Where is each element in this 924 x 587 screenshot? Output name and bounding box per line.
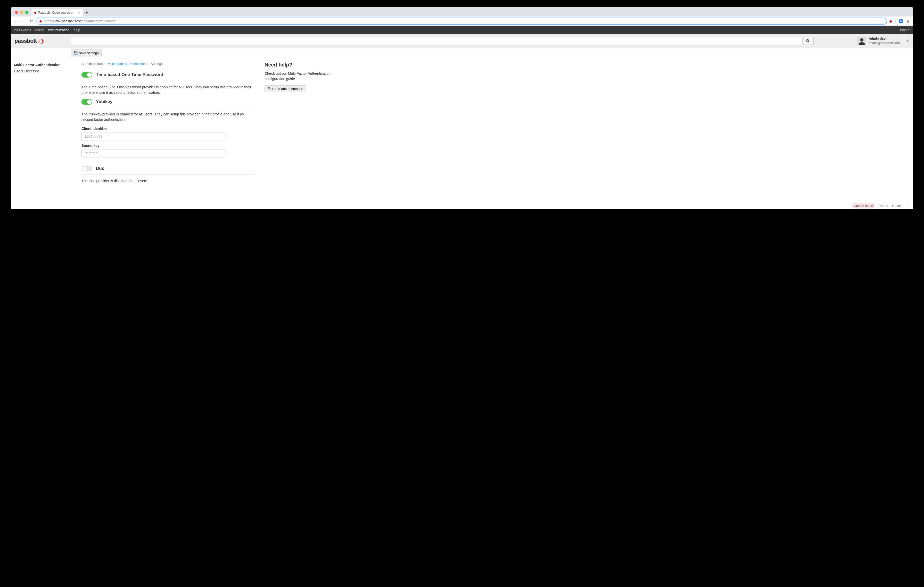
content-area: Administration › Multi factor authentica… <box>71 58 913 202</box>
user-email: admin@passbolt.com <box>869 41 900 45</box>
extension-icons: ◆ R ◉ <box>889 19 911 23</box>
browser-window: ◆ Passbolt | Open source passwo ✕ + ← → … <box>11 7 913 209</box>
client-identifier-label: Client identifier <box>81 123 254 132</box>
header-bar: passbolt ⬩❯ Admin User admin@passbolt.co… <box>11 34 913 48</box>
breadcrumb-admin[interactable]: Administration <box>81 62 102 66</box>
footer-terms[interactable]: Terms <box>879 204 888 208</box>
help-panel: Need help? Check out our Multi Factor Au… <box>264 61 347 197</box>
traffic-lights <box>13 11 30 16</box>
nav-help[interactable]: help <box>74 28 81 32</box>
main-area: Multi Factor Authentication Users Direct… <box>11 58 913 202</box>
nav-back-icon[interactable]: ← <box>13 19 18 23</box>
user-avatar-icon <box>858 36 866 45</box>
browser-menu-icon[interactable]: ◉ <box>906 19 909 23</box>
search-input[interactable] <box>71 37 802 45</box>
url-input[interactable]: ◆ https://www.passbolt.test/app/administ… <box>36 18 887 25</box>
site-favicon-icon: ◆ <box>40 19 42 23</box>
help-text: Check out our Multi Factor Authenticatio… <box>264 71 347 85</box>
window-minimize-icon[interactable] <box>20 11 23 14</box>
toggle-duo[interactable] <box>81 166 92 171</box>
passbolt-logo-icon: ⬩❯ <box>38 38 45 44</box>
section-totp: Time-based One Time Password <box>81 69 254 81</box>
client-identifier-input[interactable] <box>81 132 226 140</box>
toolbar: 💾 save settings <box>11 48 913 58</box>
new-tab-button[interactable]: + <box>83 9 90 16</box>
passbolt-favicon-icon: ◆ <box>34 11 36 15</box>
secret-key-label: Secret key <box>81 140 254 149</box>
window-close-icon[interactable] <box>15 11 18 14</box>
app-top-nav: passwords users administration help logo… <box>11 26 913 34</box>
svg-line-1 <box>808 41 809 42</box>
logo[interactable]: passbolt ⬩❯ <box>11 38 71 44</box>
sidebar: Multi Factor Authentication Users Direct… <box>11 58 71 202</box>
toggle-yubikey[interactable] <box>81 99 92 105</box>
help-title: Need help? <box>264 61 347 71</box>
profile-avatar-icon[interactable]: R <box>899 19 903 23</box>
settings-column: Administration › Multi factor authentica… <box>81 61 254 197</box>
breadcrumb: Administration › Multi factor authentica… <box>81 61 254 69</box>
nav-reload-icon[interactable]: ⟳ <box>29 18 34 23</box>
footer-credits[interactable]: Credits <box>892 204 903 208</box>
life-ring-icon: ⦿ <box>267 87 271 91</box>
save-settings-button[interactable]: 💾 save settings <box>71 49 102 56</box>
user-menu-caret[interactable]: ▾ <box>904 36 911 45</box>
yubikey-title: Yubikey <box>96 99 112 104</box>
totp-description: The Time-based One Time Password provide… <box>81 81 254 96</box>
passbolt-extension-icon[interactable]: ◆ <box>889 19 892 23</box>
nav-administration[interactable]: administration <box>48 28 69 32</box>
secret-key-input[interactable] <box>81 149 226 158</box>
browser-tab[interactable]: ◆ Passbolt | Open source passwo ✕ <box>31 9 83 16</box>
unsafe-mode-badge: Unsafe mode <box>852 203 875 209</box>
svg-point-0 <box>807 39 809 42</box>
nav-logout[interactable]: logout <box>900 28 909 32</box>
tab-title: Passbolt | Open source passwo <box>38 11 76 15</box>
search-icon <box>806 39 810 43</box>
tab-strip: ◆ Passbolt | Open source passwo ✕ + <box>11 7 913 16</box>
search-button[interactable] <box>802 37 813 45</box>
heart-icon[interactable]: ♡ <box>906 204 909 208</box>
sidebar-item-mfa[interactable]: Multi Factor Authentication <box>14 62 68 68</box>
breadcrumb-settings: Settings <box>150 62 163 66</box>
user-name: Admin User <box>869 36 900 41</box>
totp-title: Time-based One Time Password <box>96 72 163 77</box>
user-info: Admin User admin@passbolt.com <box>869 36 900 45</box>
address-bar: ← → ⟳ ◆ https://www.passbolt.test/app/ad… <box>11 16 913 26</box>
svg-point-2 <box>860 38 863 41</box>
nav-users[interactable]: users <box>35 28 44 32</box>
section-duo: Duo <box>81 163 254 175</box>
footer: Unsafe mode Terms Credits ♡ <box>11 202 913 209</box>
window-maximize-icon[interactable] <box>25 11 28 14</box>
read-documentation-button[interactable]: ⦿ Read documentation <box>264 85 306 92</box>
sidebar-item-users-directory[interactable]: Users Directory <box>14 68 68 74</box>
nav-forward-icon[interactable]: → <box>21 19 26 23</box>
divider <box>895 19 896 23</box>
chevron-down-icon: ▾ <box>907 39 909 43</box>
yubikey-description: The Yubikey provider is enabled for all … <box>81 108 254 123</box>
duo-title: Duo <box>96 166 104 171</box>
breadcrumb-mfa[interactable]: Multi factor authentication <box>107 62 146 66</box>
save-icon: 💾 <box>73 51 78 55</box>
nav-passwords[interactable]: passwords <box>15 28 31 32</box>
tab-close-icon[interactable]: ✕ <box>78 11 81 15</box>
user-panel[interactable]: Admin User admin@passbolt.com ▾ <box>858 36 913 45</box>
toggle-totp[interactable] <box>81 72 92 77</box>
section-yubikey: Yubikey <box>81 96 254 108</box>
duo-description: The Duo provider is disabled for all use… <box>81 175 254 185</box>
search-container <box>71 37 858 45</box>
url-text: https://www.passbolt.test/app/administra… <box>44 19 116 23</box>
